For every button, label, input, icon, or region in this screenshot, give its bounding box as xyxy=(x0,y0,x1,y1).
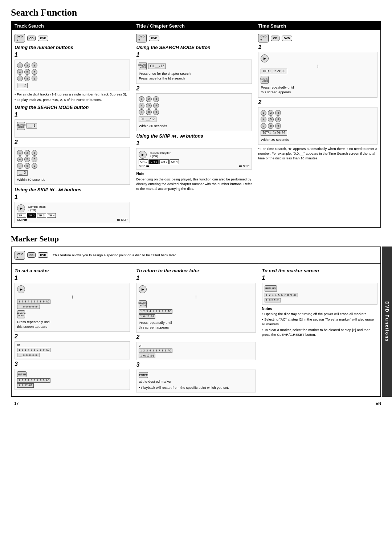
return-step1-diagram: ▶ ↓ SEARCHMODE 1 2 3 4 5 6 7 8 9 AC 1 0:… xyxy=(136,283,256,333)
tr3: TR 3 xyxy=(37,213,46,218)
track-search-column: Track Search DVDV CD DVD Using the numbe… xyxy=(11,21,133,227)
title-chapter-content: DVDV DVD Using the SEARCH MODE button 1 … xyxy=(133,30,255,195)
time-step1-num: 1 xyxy=(258,44,377,50)
set-marker-display3: 1 2 3 4 5 6 7 8 9 AC xyxy=(17,378,50,383)
marker-dvdv-icon: DVDV xyxy=(15,251,25,260)
play-btn-track: ▶ xyxy=(17,204,25,212)
time-step2-num: 2 xyxy=(258,99,377,106)
ti-btn3: 3 xyxy=(275,110,281,116)
t-btn8: 8 xyxy=(146,109,152,115)
title-search-display1: CH __/12 xyxy=(148,64,166,69)
chapter-current-label: Current Chapter xyxy=(150,151,170,155)
s-btn6: 6 xyxy=(32,156,37,162)
set-marker-display3b: 1 0:12:01 xyxy=(17,383,34,388)
return-marker-column: To return to the marker later 1 ▶ ↓ SEAR… xyxy=(133,263,259,396)
time-dvd-icon: DVD xyxy=(282,36,292,41)
time-search-header: Time Search xyxy=(255,22,380,30)
set-step2-diagram: or 1 2 3 4 5 6 7 8 9 AC __ o-o-o-o-o- xyxy=(15,341,130,359)
return-marker-content: To return to the marker later 1 ▶ ↓ SEAR… xyxy=(133,264,258,396)
t-btn5: 5 xyxy=(146,103,152,109)
ti-btn7: 7 xyxy=(261,123,266,129)
btn7: 7 xyxy=(17,76,23,81)
exit-marker-display1b: 1 0:12:01 xyxy=(265,298,281,302)
return-enter-btn: ENTER xyxy=(139,372,148,378)
track-step1-diagram: 1 2 3 4 5 6 7 8 9 __ 2 xyxy=(15,60,130,90)
t-btn9: 9 xyxy=(153,109,159,115)
ch4: CH 4 xyxy=(170,159,179,164)
track-search-mode-heading: Using the SEARCH MODE button xyxy=(15,105,130,110)
set-marker-display1: 1 2 3 4 5 6 7 8 9 AC xyxy=(17,300,50,304)
title-skip-step1-diagram: ▶ Current Chapter ↓ (CH) CH 1 CH 2 CH 3 … xyxy=(136,148,252,170)
page-wrapper: Search Function Track Search DVDV CD DVD… xyxy=(11,7,381,406)
t-btn4: 4 xyxy=(139,103,144,109)
return-arrow1: ↓ xyxy=(139,294,253,299)
set-arrow1: ↓ xyxy=(17,294,127,299)
track-skip-row: SKIP ⏮ ⏭ SKIP xyxy=(17,218,127,221)
title-skip-heading: Using the SKIP ⏮ , ⏭ buttons xyxy=(136,133,252,139)
btn1: 1 xyxy=(17,62,23,68)
track-skip-step1-diagram: ▶ Current Track ↓ (TR) TR 1 TR 2 TR 3 TR… xyxy=(15,202,130,223)
dvdv-icon: DVDV xyxy=(15,34,25,42)
btn2: 2 xyxy=(24,62,30,68)
btn5: 5 xyxy=(24,69,30,75)
exit-note3: To clear a marker, select the marker to … xyxy=(262,327,377,337)
track-skip-step1-num: 1 xyxy=(15,194,130,200)
time-step2-diagram: 1 2 3 4 5 6 7 8 9 TOTAL 1:29:00 Within 3… xyxy=(258,107,377,145)
chapter-note-text: Depending on the disc being played, this… xyxy=(136,177,252,191)
s-btn4: 4 xyxy=(17,156,23,162)
t-btn7: 7 xyxy=(139,109,144,115)
marker-intro-content: DVDV CD DVD This feature allows you to a… xyxy=(12,247,380,263)
ti-btn9: 9 xyxy=(275,123,281,129)
marker-outer-wrapper: DVDV CD DVD This feature allows you to a… xyxy=(11,247,381,397)
return-bullet: Playback will restart from the specific … xyxy=(139,385,253,390)
chapter-note-label: Note xyxy=(136,172,252,176)
return-marker-display1b: 1 0:12:01 xyxy=(139,314,155,319)
title-search-display2: CH __/12 xyxy=(139,117,156,122)
s-btn9: 9 xyxy=(32,163,37,169)
page-title: Search Function xyxy=(11,7,381,18)
return-instruction1: Press repeatedly untilthis screen appear… xyxy=(139,320,253,330)
en-label: EN xyxy=(376,401,381,406)
s-btn1: 1 xyxy=(17,150,23,156)
track-search-step1-num: 1 xyxy=(15,111,130,118)
exit-marker-content: To exit the marker screen 1 RETURN 1 2 3… xyxy=(259,264,380,340)
ti-btn5: 5 xyxy=(268,117,274,122)
set-step3-num: 3 xyxy=(15,361,130,367)
marker-setup-table: DVDV CD DVD This feature allows you to a… xyxy=(11,247,381,397)
s-btn5: 5 xyxy=(24,156,30,162)
return-marker-display1: 1 2 3 4 5 6 7 8 9 AC xyxy=(139,309,172,314)
title-chapter-header: Title / Chapter Search xyxy=(133,22,255,30)
ti-btn6: 6 xyxy=(275,117,281,122)
t-btn3: 3 xyxy=(153,96,159,102)
time-search-btn: SEARCHMODE xyxy=(261,76,269,84)
set-step3-diagram: ENTER 1 2 3 4 5 6 7 8 9 AC 1 0:12:01 xyxy=(15,369,130,390)
btn8: 8 xyxy=(24,76,30,81)
track-device-icons: DVDV CD DVD xyxy=(15,34,130,42)
time-display2: TOTAL 1:29:00 xyxy=(261,130,287,136)
return-marker-heading: To return to the marker later xyxy=(136,268,256,273)
search-mode-btn: SEARCHMODE xyxy=(17,122,25,130)
ti-btn1: 1 xyxy=(261,110,266,116)
track-current-label: Current Track xyxy=(28,205,45,208)
title-dvdv-icon: DVDV xyxy=(136,34,147,42)
title-search-step1-diagram: SEARCHMODE CH __/12 Press once for the c… xyxy=(136,60,252,84)
time-device-icons: DVDV CD DVD xyxy=(258,34,377,42)
set-marker-column: To set a marker 1 ▶ ↓ 1 2 3 4 5 6 7 8 9 … xyxy=(11,263,133,396)
time-step1-diagram: ▶ ↓ TOTAL 1:29:00 SEARCHMODE Press repea… xyxy=(258,52,377,98)
exit-note1: Opening the disc tray or turning off the… xyxy=(262,311,377,316)
ch3: CH 3 xyxy=(159,159,169,164)
set-marker-heading: To set a marker xyxy=(15,268,130,273)
tr2: TR 2 xyxy=(27,213,36,218)
time-display1: TOTAL 1:29:00 xyxy=(261,69,287,74)
set-marker-display1b: __ o-o-o-o-o- xyxy=(17,305,40,309)
return-step3-diagram: ENTER at the desired marker Playback wil… xyxy=(136,370,256,392)
set-step2-num: 2 xyxy=(15,333,130,340)
set-step1-num: 1 xyxy=(15,275,130,281)
time-within30: Within 30 seconds xyxy=(261,137,375,142)
s-btn8: 8 xyxy=(24,163,30,169)
return-step1-num: 1 xyxy=(136,275,256,281)
title-chapter-search-column: Title / Chapter Search DVDV DVD Using th… xyxy=(133,21,255,227)
title-search-instruction: Press once for the chapter searchPress t… xyxy=(139,71,249,81)
play-btn-time: ▶ xyxy=(261,54,269,62)
return-play-btn: ▶ xyxy=(139,285,147,293)
